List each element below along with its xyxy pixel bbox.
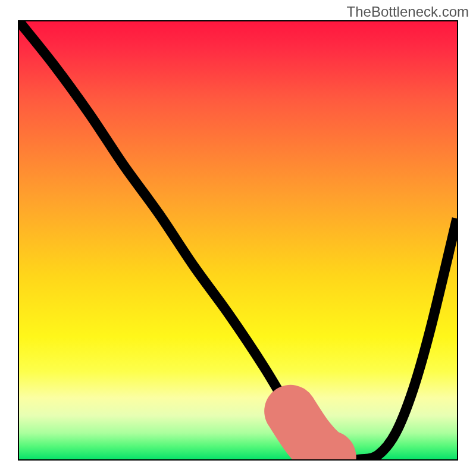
bottleneck-curve [19, 21, 457, 459]
optimal-zone [290, 411, 378, 459]
plot-area [18, 20, 458, 461]
watermark-text: TheBottleneck.com [347, 4, 469, 20]
chart-svg [19, 21, 457, 459]
chart-wrap: TheBottleneck.com [0, 0, 476, 476]
